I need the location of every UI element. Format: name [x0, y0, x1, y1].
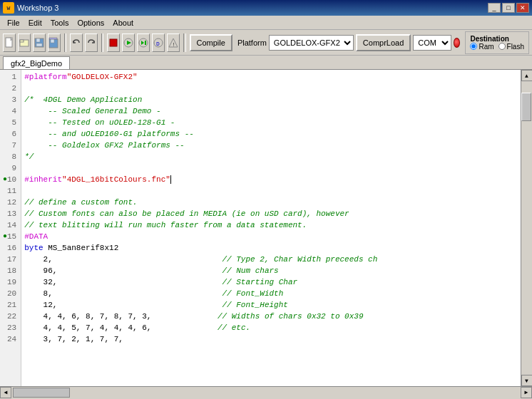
redo-button[interactable]	[85, 33, 98, 52]
destination-box: Destination Ram Flash	[465, 31, 529, 54]
scroll-down-arrow[interactable]: ▼	[521, 375, 533, 386]
undo-button[interactable]	[70, 33, 83, 52]
line-number-22: 22	[3, 311, 18, 322]
code-line-12: // define a custom font.	[24, 197, 518, 208]
platform-label: Platform	[237, 38, 267, 47]
code-line-16: byte MS_5an8erif8x12	[24, 242, 518, 254]
svg-rect-8	[49, 38, 57, 39]
line-number-12: 12	[3, 197, 18, 208]
line-number-8: 8	[3, 151, 18, 162]
menu-file[interactable]: File	[3, 17, 24, 28]
line-number-7: 7	[3, 140, 18, 151]
code-line-18: 96, // Num chars	[24, 265, 518, 276]
code-editor[interactable]: #platform "GOLDELOX-GFX2"/* 4DGL Demo Ap…	[21, 70, 521, 386]
close-button[interactable]: ✕	[516, 3, 529, 13]
code-line-6: -- and uOLED160-G1 platforms --	[24, 128, 518, 140]
menu-edit[interactable]: Edit	[24, 17, 46, 28]
line-number-5: 5	[3, 117, 18, 128]
menu-tools[interactable]: Tools	[46, 17, 73, 28]
com-select[interactable]: COM 3	[413, 35, 451, 51]
code-line-23: 4, 4, 5, 7, 4, 4, 4, 6, // etc.	[24, 322, 518, 333]
line-number-20: 20	[3, 288, 18, 299]
code-line-1: #platform "GOLDELOX-GFX2"	[24, 71, 518, 83]
scroll-thumb-h[interactable]	[13, 388, 70, 398]
code-line-17: 2, // Type 2, Char Width preceeds ch	[24, 254, 518, 265]
open-button[interactable]	[18, 33, 31, 52]
toolbar: D ! Compile Platform GOLDELOX-GFX2 Compr…	[0, 30, 532, 56]
line-number-23: 23	[3, 322, 18, 333]
line-number-17: 17	[3, 254, 18, 265]
separator-3	[183, 33, 185, 52]
line-number-3: 3	[3, 94, 18, 105]
line-number-10: ●10	[3, 174, 18, 185]
comprload-button[interactable]: ComprLoad	[356, 34, 411, 51]
line-number-16: 16	[3, 242, 18, 254]
code-line-19: 32, // Starting Char	[24, 276, 518, 288]
menu-options[interactable]: Options	[73, 17, 108, 28]
ram-option[interactable]: Ram	[470, 43, 493, 51]
code-line-11	[24, 185, 518, 197]
vertical-scrollbar[interactable]: ▲ ▼	[521, 70, 532, 386]
run-button[interactable]	[122, 33, 135, 52]
line-number-15: ●15	[3, 231, 18, 242]
editor-container: 123456789●1011121314●1516171819202122232…	[0, 70, 532, 386]
scroll-right-arrow[interactable]: ▶	[521, 387, 532, 398]
flash-option[interactable]: Flash	[498, 43, 524, 51]
code-line-24: 3, 7, 2, 1, 7, 7,	[24, 333, 518, 345]
line-number-11: 11	[3, 185, 18, 197]
line-number-2: 2	[3, 83, 18, 94]
code-line-8: */	[24, 151, 518, 162]
debug-button[interactable]: D	[152, 33, 165, 52]
code-line-14: // text blitting will run much faster fr…	[24, 219, 518, 231]
code-line-7: -- Goldelox GFX2 Platforms --	[24, 140, 518, 151]
scroll-thumb-v[interactable]	[521, 93, 531, 121]
code-line-3: /* 4DGL Demo Application	[24, 94, 518, 105]
menu-about[interactable]: About	[108, 17, 138, 28]
tab-gfx2bigdemo[interactable]: gfx2_BigDemo	[3, 56, 70, 69]
horizontal-scrollbar[interactable]: ◀ ▶	[0, 386, 532, 398]
title-bar: W Workshop 3 _ □ ✕	[0, 0, 532, 16]
connection-indicator	[454, 38, 460, 48]
svg-text:D: D	[156, 41, 160, 47]
separator-2	[101, 33, 103, 52]
code-line-20: 8, // Font_Width	[24, 288, 518, 299]
new-button[interactable]	[3, 33, 16, 52]
code-line-22: 4, 4, 6, 8, 7, 8, 7, 3, // Widths of cha…	[24, 311, 518, 322]
code-line-15: #DATA	[24, 231, 518, 242]
destination-options: Ram Flash	[470, 43, 524, 51]
save-button[interactable]	[33, 33, 46, 52]
code-line-10: #inherit "4DGL_16bitColours.fnc"	[24, 174, 518, 185]
app-icon: W	[3, 2, 14, 14]
line-number-6: 6	[3, 128, 18, 140]
maximize-button[interactable]: □	[502, 3, 515, 13]
code-line-21: 12, // Font_Height	[24, 299, 518, 311]
svg-rect-5	[36, 43, 42, 46]
line-number-18: 18	[3, 265, 18, 276]
scroll-up-arrow[interactable]: ▲	[521, 70, 533, 81]
window-title: Workshop 3	[17, 4, 59, 12]
code-line-13: // Custom fonts can also be placed in ME…	[24, 208, 518, 219]
platform-select[interactable]: GOLDELOX-GFX2	[269, 35, 354, 51]
build-button[interactable]: !	[167, 33, 180, 52]
minimize-button[interactable]: _	[488, 3, 501, 13]
scroll-left-arrow[interactable]: ◀	[0, 387, 11, 398]
separator-1	[64, 33, 66, 52]
save-all-button[interactable]	[48, 33, 61, 52]
window-controls[interactable]: _ □ ✕	[488, 3, 529, 13]
title-bar-left: W Workshop 3	[3, 2, 59, 14]
svg-rect-4	[36, 38, 40, 42]
svg-text:!: !	[172, 41, 175, 48]
svg-rect-2	[20, 40, 24, 42]
line-number-9: 9	[3, 162, 18, 174]
flash-label: Flash	[507, 43, 524, 51]
step-button[interactable]	[137, 33, 150, 52]
line-numbers: 123456789●1011121314●1516171819202122232…	[0, 70, 21, 386]
destination-label: Destination	[470, 35, 508, 43]
menu-bar: File Edit Tools Options About	[0, 16, 532, 30]
stop-button[interactable]	[107, 33, 120, 52]
line-number-21: 21	[3, 299, 18, 311]
line-number-24: 24	[3, 333, 18, 345]
compile-button[interactable]: Compile	[190, 34, 232, 51]
scroll-track-h	[11, 387, 521, 398]
svg-rect-7	[51, 39, 54, 43]
